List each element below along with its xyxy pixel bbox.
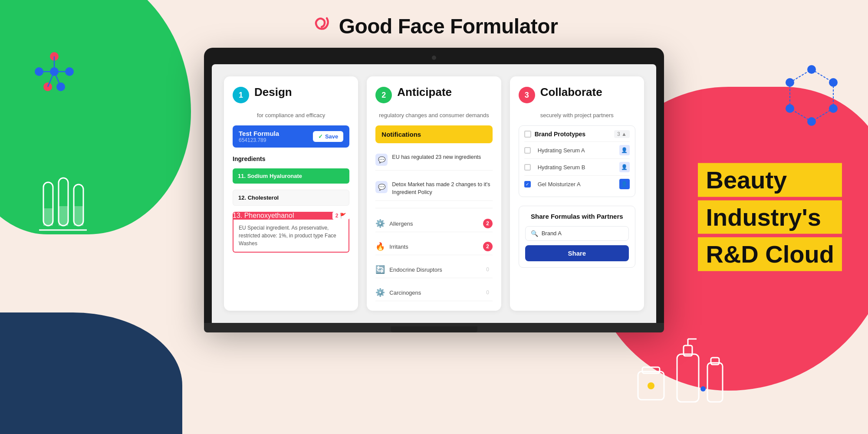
- carcinogens-label: Carcinogens: [389, 289, 421, 296]
- test-tubes-decoration: [35, 174, 104, 262]
- design-title: Design: [254, 86, 292, 99]
- notification-chat-icon-2: 💬: [375, 181, 388, 193]
- concern-irritants: 🔥 Irritants 2: [375, 238, 492, 255]
- notification-item-2: 💬 Detox Market has made 2 changes to it'…: [375, 177, 492, 201]
- cosmetics-decoration: [634, 337, 729, 408]
- svg-rect-33: [677, 354, 699, 402]
- concern-allergens-left: ⚙️ Allergens: [375, 219, 413, 228]
- beauty-tagline: Beauty Industry's R&D Cloud: [698, 163, 842, 271]
- design-subtitle: for compliance and efficacy: [233, 111, 349, 119]
- formula-info: Test Formula 654123.789: [239, 130, 279, 143]
- save-check-icon: ✓: [318, 133, 323, 140]
- prototype-3-label: Gel Moisturizer A: [534, 181, 616, 187]
- notification-chat-icon-1: 💬: [375, 154, 388, 166]
- design-step-badge: 1: [233, 87, 249, 103]
- prototype-3-icon: 👤: [619, 179, 630, 189]
- laptop-mockup: 1 Design for compliance and efficacy Tes…: [204, 48, 664, 332]
- svg-rect-31: [642, 367, 660, 373]
- ingredient-row-2: 12. Cholesterol: [233, 190, 349, 206]
- share-button[interactable]: Share: [525, 245, 629, 261]
- collaborate-subtitle-wrap: securely with project partners: [519, 111, 635, 119]
- endocrine-count: 0: [483, 265, 493, 274]
- molecule-right-decoration: [773, 56, 851, 136]
- design-card-header: 1 Design: [233, 86, 349, 103]
- beauty-line-2: Industry's: [698, 200, 842, 234]
- flag-icon: 🚩: [340, 213, 346, 219]
- allergens-icon: ⚙️: [375, 219, 385, 228]
- laptop-camera: [432, 56, 436, 60]
- collaborate-title-block: Collaborate: [540, 86, 602, 99]
- design-card: 1 Design for compliance and efficacy Tes…: [224, 76, 358, 311]
- anticipate-step-badge: 2: [375, 87, 392, 103]
- svg-point-32: [648, 382, 654, 389]
- carcinogens-icon: ⚙️: [375, 288, 385, 297]
- prototype-item-2: Hydrating Serum B 👤: [524, 158, 630, 175]
- ingredient-row-3: 13. Phenoxyethanol 2 🚩: [233, 212, 349, 220]
- prototype-1-icon: 👤: [619, 145, 630, 155]
- ingredient-row-1: 11. Sodium Hyaluronate: [233, 168, 349, 184]
- beauty-line-1: Beauty: [698, 163, 842, 197]
- prototype-1-checkbox[interactable]: [524, 147, 531, 154]
- concern-endocrine-left: 🔄 Endocrine Disruptors: [375, 265, 442, 274]
- design-title-block: Design: [254, 86, 292, 99]
- svg-rect-12: [43, 208, 53, 226]
- beauty-line-3: R&D Cloud: [698, 237, 842, 271]
- share-search-box[interactable]: 🔍 Brand A: [525, 226, 629, 241]
- anticipate-card: 2 Anticipate regulatory changes and cons…: [367, 76, 501, 311]
- svg-line-27: [790, 108, 812, 122]
- molecule-left-decoration: [26, 43, 82, 102]
- allergens-label: Allergens: [389, 220, 413, 227]
- collaborate-step-badge: 3: [519, 87, 535, 103]
- prototype-3-checkbox[interactable]: ✓: [524, 181, 531, 187]
- share-section: Share Formulas with Partners 🔍 Brand A S…: [519, 206, 635, 268]
- laptop-camera-bar: [212, 56, 656, 64]
- ingredient-3-count: 2: [335, 213, 339, 219]
- anticipate-card-header: 2 Anticipate: [375, 86, 492, 103]
- anticipate-title-block: Anticipate: [397, 86, 452, 99]
- svg-line-24: [812, 69, 833, 82]
- prototypes-title: Brand Prototypes: [535, 131, 611, 138]
- prototype-2-checkbox[interactable]: [524, 164, 531, 171]
- logo-icon: [310, 14, 333, 38]
- laptop-outer: 1 Design for compliance and efficacy Tes…: [204, 48, 664, 323]
- notifications-box: Notifications: [375, 125, 492, 143]
- bg-navy-blob: [0, 312, 182, 434]
- svg-line-26: [812, 108, 833, 122]
- prototypes-header: Brand Prototypes 3 ▲: [524, 130, 630, 138]
- formula-id: 654123.789: [239, 137, 279, 143]
- prototypes-checkbox[interactable]: [524, 131, 531, 138]
- prototype-item-1: Hydrating Serum A 👤: [524, 141, 630, 158]
- concern-carcinogens: ⚙️ Carcinogens 0: [375, 284, 492, 301]
- endocrine-icon: 🔄: [375, 265, 385, 274]
- prototype-1-label: Hydrating Serum A: [534, 147, 616, 154]
- notification-text-1: EU has regulated 23 new ingredients: [392, 154, 481, 161]
- svg-rect-16: [74, 206, 83, 226]
- app-header: Good Face Formulator: [0, 0, 868, 47]
- svg-rect-14: [59, 206, 68, 226]
- search-icon: 🔍: [531, 230, 538, 237]
- endocrine-label: Endocrine Disruptors: [389, 266, 442, 273]
- concern-endocrine: 🔄 Endocrine Disruptors 0: [375, 261, 492, 278]
- allergens-count: 2: [483, 219, 493, 228]
- notification-item-1: 💬 EU has regulated 23 new ingredients: [375, 149, 492, 171]
- prototype-2-label: Hydrating Serum B: [534, 164, 616, 171]
- svg-rect-39: [711, 358, 719, 365]
- laptop-screen: 1 Design for compliance and efficacy Tes…: [212, 64, 656, 323]
- formula-name: Test Formula: [239, 130, 279, 137]
- save-button[interactable]: ✓ Save: [313, 131, 343, 142]
- svg-point-37: [700, 386, 706, 391]
- collaborate-title: Collaborate: [540, 86, 602, 99]
- prototype-item-3: ✓ Gel Moisturizer A 👤: [524, 175, 630, 192]
- prototypes-section: Brand Prototypes 3 ▲ Hydrating Serum A 👤…: [519, 125, 635, 197]
- collaborate-card-header: 3 Collaborate: [519, 86, 635, 103]
- divider: [375, 208, 492, 208]
- notification-text-2: Detox Market has made 2 changes to it's …: [392, 181, 492, 196]
- anticipate-subtitle-wrap: regulatory changes and consumer demands: [375, 111, 492, 119]
- formula-header: Test Formula 654123.789 ✓ Save: [233, 125, 349, 148]
- concern-carcinogens-left: ⚙️ Carcinogens: [375, 288, 421, 297]
- share-title: Share Formulas with Partners: [525, 212, 629, 221]
- share-search-value: Brand A: [542, 230, 562, 237]
- concern-allergens: ⚙️ Allergens 2: [375, 215, 492, 232]
- irritants-icon: 🔥: [375, 242, 385, 251]
- ingredient-detail: EU Special ingredient. As preservative, …: [233, 220, 349, 253]
